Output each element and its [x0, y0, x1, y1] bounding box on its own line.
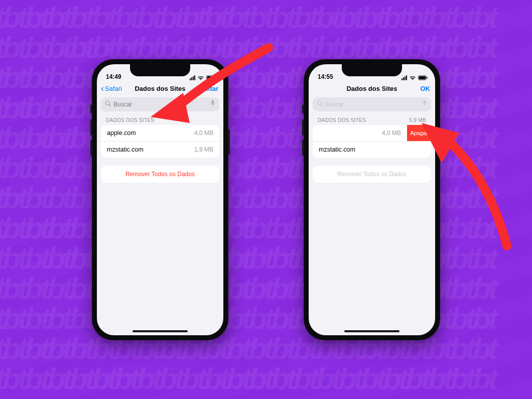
battery-icon [418, 75, 428, 80]
search-icon [105, 100, 111, 108]
search-wrap: Buscar [313, 97, 431, 111]
edit-button[interactable]: Editar [200, 85, 218, 92]
mute-switch [302, 104, 304, 113]
section-header: DADOS DOS SITES [101, 114, 219, 125]
status-time: 14:55 [318, 73, 333, 80]
content: DADOS DOS SITES 5,9 MB om 4,0 MB Apagar … [309, 114, 435, 335]
volume-down-button [302, 140, 304, 156]
section-header: DADOS DOS SITES 5,9 MB [313, 114, 431, 125]
bg-pattern-row: btbtbtbtbtbtbtbtbtbtbtbtbtbtbtbtbtbtbtbt… [0, 0, 532, 35]
done-button[interactable]: OK [421, 85, 431, 92]
power-button [440, 129, 442, 155]
site-row[interactable]: apple.com 4,0 MB [101, 125, 219, 141]
remove-all-button[interactable]: Remover Todos os Dados [313, 166, 431, 183]
battery-icon [206, 75, 216, 80]
bg-pattern-row: btbtbtbtbtbtbtbtbtbtbtbtbtbtbtbtbtbtbtbt… [0, 271, 532, 306]
remove-all-button[interactable]: Remover Todos os Dados [101, 166, 219, 183]
svg-rect-1 [207, 76, 214, 79]
search-placeholder: Buscar [325, 101, 422, 108]
site-size: 4,0 MB [194, 129, 213, 137]
bg-pattern-row: btbtbtbtbtbtbtbtbtbtbtbtbtbtbtbtbtbtbtbt… [0, 30, 532, 65]
screen: 14:55 Dados dos Sites OK [309, 64, 435, 335]
search-wrap: Buscar [101, 97, 219, 111]
site-row-swiped[interactable]: om 4,0 MB Apagar [313, 125, 431, 141]
section-header-label: DADOS DOS SITES [106, 117, 154, 123]
home-indicator[interactable] [132, 330, 188, 332]
bg-pattern-row: btbtbtbtbtbtbtbtbtbtbtbtbtbtbtbtbtbtbtbt… [0, 181, 532, 215]
bg-pattern-row: btbtbtbtbtbtbtbtbtbtbtbtbtbtbtbtbtbtbtbt… [0, 211, 532, 245]
section-header-label: DADOS DOS SITES [318, 117, 366, 123]
microphone-icon[interactable] [210, 100, 215, 108]
site-size: 1,9 MB [194, 146, 213, 153]
bg-pattern-row: btbtbtbtbtbtbtbtbtbtbtbtbtbtbtbtbtbtbtbt… [0, 331, 532, 366]
bg-pattern-row: btbtbtbtbtbtbtbtbtbtbtbtbtbtbtbtbtbtbtbt… [0, 361, 532, 396]
chevron-left-icon: ‹ [101, 84, 104, 93]
site-row[interactable]: mzstatic.com [313, 141, 431, 158]
site-list: apple.com 4,0 MB mzstatic.com 1,9 MB [101, 125, 219, 158]
volume-up-button [302, 119, 304, 136]
svg-line-11 [321, 104, 322, 106]
status-right [190, 75, 216, 80]
search-input[interactable]: Buscar [313, 97, 431, 111]
delete-button[interactable]: Apagar [407, 125, 431, 141]
site-domain: mzstatic.com [107, 146, 194, 153]
notch [130, 64, 190, 76]
nav-title: Dados dos Sites [346, 85, 397, 92]
site-domain: om [313, 129, 382, 137]
volume-up-button [90, 119, 92, 136]
phone-left: 14:49 ‹ Safari Dados dos Sites E [92, 59, 228, 340]
svg-rect-8 [419, 76, 426, 79]
back-label: Safari [105, 85, 122, 92]
nav-header: ‹ Safari Dados dos Sites Editar [97, 81, 223, 96]
section-header-size: 5,9 MB [410, 117, 426, 123]
svg-line-4 [109, 104, 110, 106]
svg-rect-9 [427, 77, 428, 78]
cellular-icon [190, 75, 195, 80]
svg-rect-12 [424, 100, 426, 104]
search-input[interactable]: Buscar [101, 97, 219, 111]
site-domain: mzstatic.com [319, 146, 425, 153]
wifi-icon [197, 75, 204, 80]
nav-header: Dados dos Sites OK [309, 81, 435, 96]
back-button[interactable]: ‹ Safari [101, 85, 122, 93]
site-row[interactable]: mzstatic.com 1,9 MB [101, 141, 219, 158]
site-list: om 4,0 MB Apagar mzstatic.com [313, 125, 431, 158]
screen: 14:49 ‹ Safari Dados dos Sites E [97, 64, 223, 335]
bg-pattern-row: btbtbtbtbtbtbtbtbtbtbtbtbtbtbtbtbtbtbtbt… [0, 120, 532, 155]
wifi-icon [409, 75, 416, 80]
home-indicator[interactable] [344, 330, 400, 332]
search-icon [317, 100, 323, 108]
nav-title: Dados dos Sites [135, 85, 185, 92]
cellular-icon [402, 75, 407, 80]
bg-pattern-row: btbtbtbtbtbtbtbtbtbtbtbtbtbtbtbtbtbtbtbt… [0, 151, 532, 185]
power-button [228, 129, 230, 155]
volume-down-button [90, 140, 92, 156]
status-right [402, 75, 428, 80]
bg-pattern-row: btbtbtbtbtbtbtbtbtbtbtbtbtbtbtbtbtbtbtbt… [0, 90, 532, 125]
bg-pattern-row: btbtbtbtbtbtbtbtbtbtbtbtbtbtbtbtbtbtbtbt… [0, 241, 532, 276]
notch [342, 64, 402, 76]
svg-rect-5 [212, 100, 214, 104]
site-domain: apple.com [107, 129, 194, 137]
phone-right: 14:55 Dados dos Sites OK [304, 59, 440, 340]
mute-switch [90, 104, 92, 113]
search-placeholder: Buscar [113, 101, 210, 108]
bg-pattern-row: btbtbtbtbtbtbtbtbtbtbtbtbtbtbtbtbtbtbtbt… [0, 301, 532, 336]
microphone-icon[interactable] [422, 100, 427, 108]
tutorial-stage: btbtbtbtbtbtbtbtbtbtbtbtbtbtbtbtbtbtbtbt… [0, 0, 532, 399]
content: DADOS DOS SITES apple.com 4,0 MB mzstati… [97, 114, 223, 335]
site-size: 4,0 MB [382, 129, 401, 137]
svg-rect-2 [215, 77, 216, 78]
status-time: 14:49 [106, 73, 121, 80]
bg-pattern-row: btbtbtbtbtbtbtbtbtbtbtbtbtbtbtbtbtbtbtbt… [0, 60, 532, 95]
